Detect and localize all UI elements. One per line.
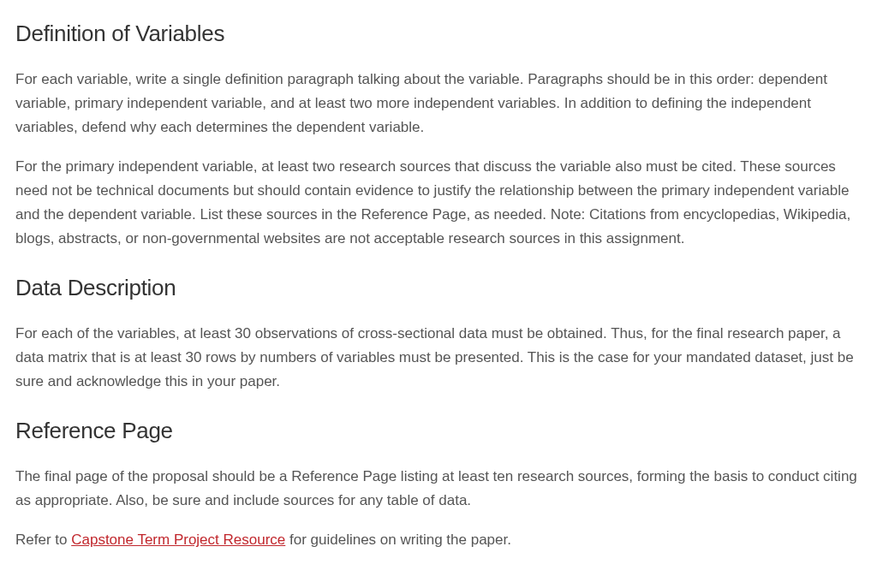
heading-definition-of-variables: Definition of Variables bbox=[15, 15, 862, 52]
refer-prefix-text: Refer to bbox=[15, 532, 71, 548]
heading-data-description: Data Description bbox=[15, 270, 862, 306]
paragraph-definition-2: For the primary independent variable, at… bbox=[15, 155, 862, 251]
refer-suffix-text: for guidelines on writing the paper. bbox=[285, 532, 511, 548]
heading-reference-page: Reference Page bbox=[15, 413, 862, 449]
paragraph-definition-1: For each variable, write a single defini… bbox=[15, 68, 862, 140]
paragraph-reference-1: The final page of the proposal should be… bbox=[15, 465, 862, 513]
paragraph-reference-refer: Refer to Capstone Term Project Resource … bbox=[15, 528, 862, 552]
paragraph-data-description-1: For each of the variables, at least 30 o… bbox=[15, 322, 862, 394]
capstone-resource-link[interactable]: Capstone Term Project Resource bbox=[71, 532, 285, 548]
